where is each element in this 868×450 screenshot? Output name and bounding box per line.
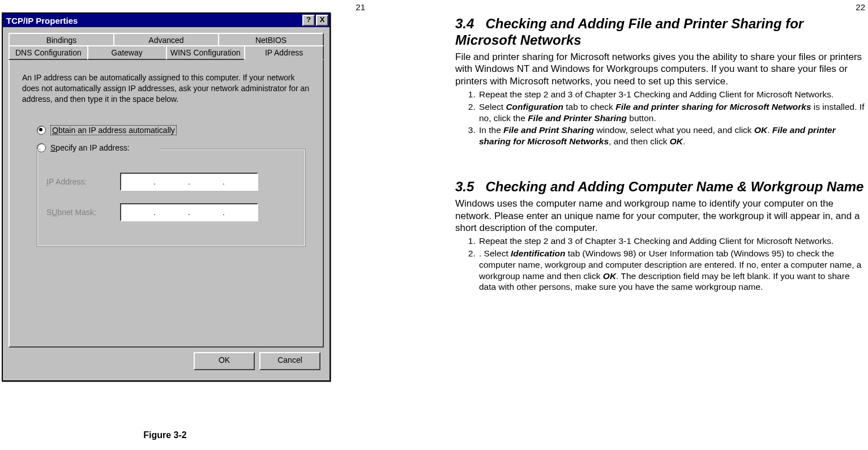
tab-netbios[interactable]: NetBIOS <box>218 33 324 46</box>
tab-ip-address[interactable]: IP Address <box>244 45 324 60</box>
help-button[interactable]: ? <box>302 15 315 26</box>
subnet-mask-input[interactable]: . . . <box>120 203 258 221</box>
tab-dns-configuration[interactable]: DNS Configuration <box>8 45 88 60</box>
page-number: 21 <box>356 2 365 12</box>
tab-wins-configuration[interactable]: WINS Configuration <box>166 45 246 60</box>
tab-gateway[interactable]: Gateway <box>87 45 167 60</box>
step-item: In the File and Print Sharing window, se… <box>478 125 868 147</box>
specify-ip-group: IP Address: . . . SUbnet Mask: . . <box>37 149 306 247</box>
radio-obtain-auto-label: Obtain an IP address automatically <box>50 125 177 135</box>
tab-advanced[interactable]: Advanced <box>113 33 219 46</box>
section-3-5-steps: Repeat the step 2 and 3 of Chapter 3-1 C… <box>455 235 868 293</box>
tcpip-properties-dialog: TCP/IP Properties ? X Bindings Advanced … <box>2 12 331 382</box>
close-button[interactable]: X <box>316 15 328 26</box>
ip-address-label: IP Address: <box>46 177 120 186</box>
section-3-4-title: 3.4 Checking and Adding File and Printer… <box>455 16 868 49</box>
ip-address-panel: An IP address can be automatically assig… <box>8 59 324 348</box>
ok-button[interactable]: OK <box>194 352 255 370</box>
step-item: Repeat the step 2 and 3 of Chapter 3-1 C… <box>478 235 868 247</box>
subnet-mask-label: SUbnet Mask: <box>46 208 120 217</box>
ip-address-input[interactable]: . . . <box>120 173 258 191</box>
section-3-5-body: Windows uses the computer name and workg… <box>455 198 868 234</box>
dialog-title: TCP/IP Properties <box>3 16 302 25</box>
section-3-4-body: File and printer sharing for Microsoft n… <box>455 51 868 88</box>
intro-text: An IP address can be automatically assig… <box>22 72 310 105</box>
section-3-4-steps: Repeat the step 2 and 3 of Chapter 3-1 C… <box>455 89 868 147</box>
step-item: . Select Identification tab (Windows 98)… <box>478 248 868 293</box>
titlebar: TCP/IP Properties ? X <box>3 14 330 27</box>
section-3-5-title: 3.5 Checking and Adding Computer Name & … <box>455 179 868 195</box>
step-item: Select Configuration tab to check File a… <box>478 101 868 124</box>
page-number: 22 <box>856 2 865 12</box>
step-item: Repeat the step 2 and 3 of Chapter 3-1 C… <box>478 89 868 100</box>
tab-bindings[interactable]: Bindings <box>8 33 114 46</box>
cancel-button[interactable]: Cancel <box>259 352 320 370</box>
figure-caption: Figure 3-2 <box>0 430 330 440</box>
radio-obtain-auto[interactable] <box>37 126 46 135</box>
